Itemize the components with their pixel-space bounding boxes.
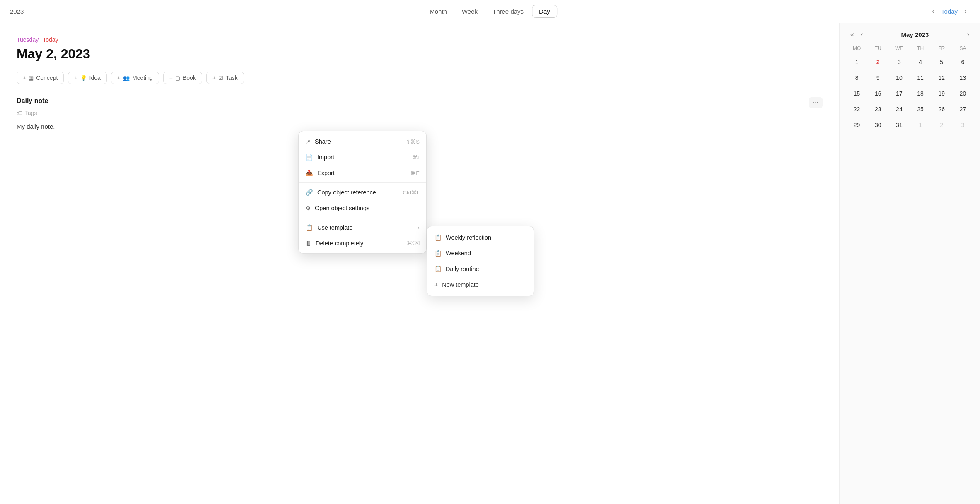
- cal-day-4[interactable]: 4: [914, 55, 927, 69]
- tab-week[interactable]: Week: [455, 5, 484, 17]
- menu-item-copy-ref[interactable]: 🔗 Copy object reference Ctrl⌘L: [299, 185, 426, 200]
- menu-item-export[interactable]: 📤 Export ⌘E: [299, 165, 426, 181]
- meeting-label: Meeting: [132, 74, 153, 81]
- cal-day-25[interactable]: 25: [914, 103, 927, 116]
- cal-day-20[interactable]: 20: [956, 87, 969, 100]
- tab-three-days[interactable]: Three days: [486, 5, 530, 17]
- idea-icon: 💡: [80, 75, 87, 81]
- cal-day-29[interactable]: 29: [850, 118, 864, 132]
- dow-tu: TU: [867, 44, 888, 53]
- menu-delete-label: Delete completely: [316, 240, 363, 247]
- tab-day[interactable]: Day: [532, 5, 557, 18]
- cal-day-13[interactable]: 13: [956, 71, 969, 84]
- context-menu: ↗ Share ⇧⌘S 📄 Import ⌘I 📤 Export ⌘E: [298, 131, 427, 254]
- import-icon: 📄: [305, 154, 313, 161]
- task-icon: ☑: [218, 75, 223, 81]
- note-content[interactable]: My daily note.: [17, 123, 823, 130]
- dow-sa: SA: [952, 44, 973, 53]
- cal-week-5: 29 30 31 1 2 3: [846, 118, 973, 132]
- cal-day-16[interactable]: 16: [871, 87, 885, 100]
- cal-day-next-1[interactable]: 1: [914, 118, 927, 132]
- meeting-icon: 👥: [123, 75, 130, 81]
- cal-day-12[interactable]: 12: [935, 71, 948, 84]
- mini-cal-dow-row: MO TU WE TH FR SA: [846, 44, 973, 53]
- cal-day-15[interactable]: 15: [850, 87, 864, 100]
- menu-divider-2: [299, 218, 426, 218]
- mini-cal-prev-month[interactable]: ‹: [858, 30, 865, 39]
- cal-day-27[interactable]: 27: [956, 103, 969, 116]
- cal-day-next-2[interactable]: 2: [935, 118, 948, 132]
- dow-fr: FR: [931, 44, 952, 53]
- today-button[interactable]: Today: [941, 8, 958, 15]
- cal-day-22[interactable]: 22: [850, 103, 864, 116]
- next-arrow[interactable]: ›: [961, 5, 970, 17]
- mini-cal-nav-left: « ‹: [848, 30, 865, 39]
- cal-day-1[interactable]: 1: [850, 55, 864, 69]
- daily-note-section: ··· Daily note 🏷 Tags My daily note.: [17, 97, 823, 130]
- cal-day-31[interactable]: 31: [893, 118, 906, 132]
- nav-right: ‹ Today ›: [929, 5, 970, 17]
- daily-routine-label: Daily routine: [446, 266, 479, 272]
- book-icon: ▢: [175, 75, 180, 81]
- cal-day-8[interactable]: 8: [850, 71, 864, 84]
- menu-item-delete[interactable]: 🗑 Delete completely ⌘⌫: [299, 235, 426, 251]
- weekly-reflection-icon: 📋: [434, 234, 442, 241]
- cal-day-2[interactable]: 2: [871, 55, 885, 69]
- cal-day-26[interactable]: 26: [935, 103, 948, 116]
- submenu-weekend[interactable]: 📋 Weekend: [427, 245, 534, 261]
- cal-day-3[interactable]: 3: [893, 55, 906, 69]
- menu-item-use-template[interactable]: 📋 Use template ›: [299, 220, 426, 235]
- add-meeting-button[interactable]: + 👥 Meeting: [111, 72, 159, 84]
- prev-arrow[interactable]: ‹: [929, 5, 938, 17]
- submenu-daily-routine[interactable]: 📋 Daily routine: [427, 261, 534, 277]
- main-layout: Tuesday Today May 2, 2023 + ▦ Concept + …: [0, 23, 980, 504]
- cal-day-18[interactable]: 18: [914, 87, 927, 100]
- plus-icon: +: [23, 74, 26, 81]
- plus-icon-4: +: [169, 74, 173, 81]
- new-template-icon: +: [434, 281, 438, 288]
- cal-day-23[interactable]: 23: [871, 103, 885, 116]
- menu-item-object-settings[interactable]: ⚙ Open object settings: [299, 200, 426, 216]
- new-template-label: New template: [442, 281, 479, 288]
- export-icon: 📤: [305, 169, 313, 177]
- more-options-button[interactable]: ···: [809, 97, 823, 108]
- cal-day-30[interactable]: 30: [871, 118, 885, 132]
- menu-item-import[interactable]: 📄 Import ⌘I: [299, 149, 426, 165]
- menu-item-share[interactable]: ↗ Share ⇧⌘S: [299, 134, 426, 149]
- submenu-weekly-reflection[interactable]: 📋 Weekly reflection: [427, 230, 534, 245]
- tab-month[interactable]: Month: [423, 5, 454, 17]
- menu-item-settings-left: ⚙ Open object settings: [305, 204, 369, 212]
- menu-settings-label: Open object settings: [315, 205, 369, 211]
- plus-icon-2: +: [74, 74, 77, 81]
- menu-divider-1: [299, 182, 426, 183]
- add-concept-button[interactable]: + ▦ Concept: [17, 72, 64, 84]
- cal-day-10[interactable]: 10: [893, 71, 906, 84]
- cal-day-19[interactable]: 19: [935, 87, 948, 100]
- tags-label: Tags: [25, 110, 37, 116]
- cal-day-6[interactable]: 6: [956, 55, 969, 69]
- day-date: May 2, 2023: [17, 46, 823, 62]
- quick-add-row: + ▦ Concept + 💡 Idea + 👥 Meeting + ▢ Boo…: [17, 72, 823, 84]
- mini-cal-next-month[interactable]: ›: [965, 30, 972, 39]
- daily-routine-icon: 📋: [434, 266, 442, 272]
- cal-day-24[interactable]: 24: [893, 103, 906, 116]
- submenu-new-template[interactable]: + New template: [427, 277, 534, 293]
- weekend-label: Weekend: [446, 250, 471, 257]
- share-icon: ↗: [305, 138, 311, 145]
- view-tabs: Month Week Three days Day: [423, 5, 557, 18]
- cal-day-next-3[interactable]: 3: [956, 118, 969, 132]
- daily-note-title: Daily note: [17, 97, 823, 105]
- delete-shortcut: ⌘⌫: [407, 240, 420, 246]
- add-idea-button[interactable]: + 💡 Idea: [68, 72, 106, 84]
- cal-day-9[interactable]: 9: [871, 71, 885, 84]
- cal-day-17[interactable]: 17: [893, 87, 906, 100]
- add-book-button[interactable]: + ▢ Book: [163, 72, 202, 84]
- add-task-button[interactable]: + ☑ Task: [206, 72, 244, 84]
- mini-cal-header: « ‹ May 2023 ›: [846, 30, 973, 39]
- cal-day-5[interactable]: 5: [935, 55, 948, 69]
- mini-calendar-sidebar: « ‹ May 2023 › MO TU WE TH FR SA 1 2 3 4…: [839, 23, 980, 504]
- mini-cal-prev-year[interactable]: «: [848, 30, 857, 39]
- menu-template-label: Use template: [317, 224, 352, 231]
- day-label-row: Tuesday Today: [17, 36, 823, 43]
- cal-day-11[interactable]: 11: [914, 71, 927, 84]
